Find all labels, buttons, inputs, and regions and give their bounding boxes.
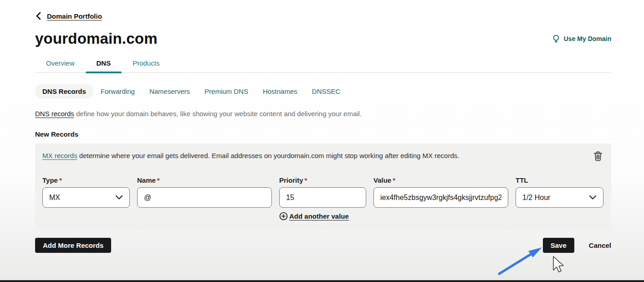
- subtab-nameservers[interactable]: Nameservers: [142, 84, 197, 99]
- priority-input[interactable]: [286, 194, 359, 202]
- field-value: Value*: [373, 176, 508, 208]
- trash-icon: [593, 155, 603, 163]
- add-more-records-button[interactable]: Add More Records: [35, 238, 111, 253]
- field-type: Type* MX: [42, 176, 130, 208]
- type-label: Type*: [42, 176, 130, 184]
- mx-records-help-link[interactable]: MX records: [42, 152, 77, 159]
- subtab-hostnames[interactable]: Hostnames: [256, 84, 305, 99]
- page-title: yourdomain.com: [35, 30, 158, 47]
- dns-subtab-bar: DNS Records Forwarding Nameservers Premi…: [35, 84, 611, 99]
- subtab-premium-dns[interactable]: Premium DNS: [197, 84, 256, 99]
- back-link-label: Domain Portfolio: [47, 12, 102, 20]
- chevron-left-icon: [35, 12, 41, 20]
- mouse-cursor: [553, 256, 563, 272]
- tab-products[interactable]: Products: [122, 55, 170, 72]
- ttl-label: TTL: [516, 176, 603, 184]
- value-label: Value*: [373, 176, 508, 184]
- cancel-button[interactable]: Cancel: [589, 241, 611, 249]
- lightbulb-icon: [552, 34, 560, 43]
- dns-description: DNS records define how your domain behav…: [35, 110, 611, 118]
- main-tab-bar: Overview DNS Products: [35, 55, 611, 73]
- new-records-heading: New Records: [35, 130, 611, 138]
- use-my-domain-button[interactable]: Use My Domain: [552, 34, 611, 43]
- dns-records-help-link[interactable]: DNS records: [35, 110, 74, 118]
- type-select-value: MX: [49, 194, 60, 202]
- ttl-select[interactable]: 1/2 Hour: [516, 187, 603, 208]
- field-priority: Priority*: [279, 176, 366, 208]
- subtab-dns-records[interactable]: DNS Records: [35, 84, 93, 99]
- dns-description-text: define how your domain behaves, like sho…: [74, 110, 362, 118]
- field-ttl: TTL 1/2 Hour: [516, 176, 603, 208]
- back-to-domain-portfolio-link[interactable]: Domain Portfolio: [35, 12, 102, 20]
- delete-record-button[interactable]: [592, 150, 604, 163]
- subtab-forwarding[interactable]: Forwarding: [93, 84, 142, 99]
- add-another-value-button[interactable]: Add another value: [279, 212, 366, 220]
- priority-label: Priority*: [279, 176, 366, 184]
- name-label: Name*: [137, 176, 272, 184]
- chevron-down-icon: [115, 195, 123, 200]
- ttl-select-value: 1/2 Hour: [522, 194, 550, 202]
- action-bar: Add More Records Save Cancel: [35, 238, 611, 253]
- tab-overview[interactable]: Overview: [35, 55, 86, 72]
- new-record-panel: MX records determine where your email ge…: [35, 144, 611, 231]
- breadcrumb: Domain Portfolio: [35, 12, 611, 20]
- mx-warning-rest: determine where your email gets delivere…: [77, 152, 460, 159]
- tab-dns[interactable]: DNS: [86, 55, 122, 72]
- mx-warning-text: MX records determine where your email ge…: [42, 150, 459, 159]
- use-my-domain-label: Use My Domain: [564, 35, 611, 42]
- name-input[interactable]: [144, 194, 265, 202]
- record-form: Type* MX Name*: [42, 176, 604, 220]
- chevron-down-icon: [589, 195, 597, 200]
- save-button[interactable]: Save: [543, 238, 574, 253]
- plus-circle-icon: [279, 212, 288, 220]
- subtab-dnssec[interactable]: DNSSEC: [305, 84, 348, 99]
- field-name: Name*: [137, 176, 272, 208]
- value-input[interactable]: [380, 194, 501, 202]
- add-another-value-label: Add another value: [289, 212, 349, 220]
- type-select[interactable]: MX: [42, 187, 130, 208]
- dns-management-page: Domain Portfolio yourdomain.com Use My D…: [0, 0, 644, 253]
